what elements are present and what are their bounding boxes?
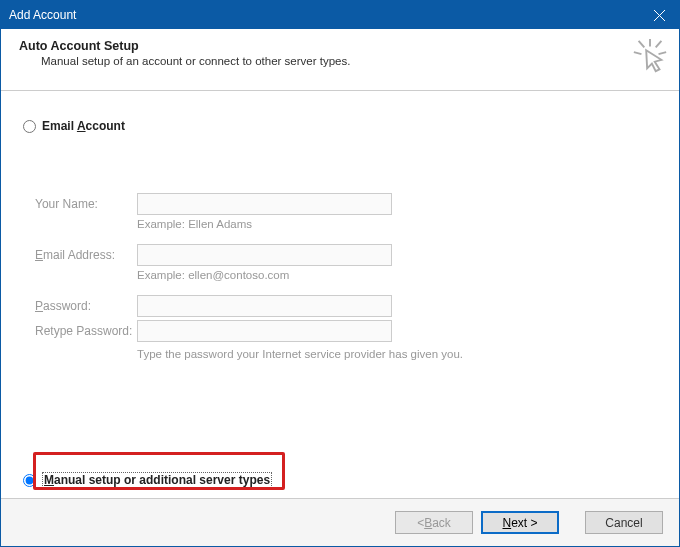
- email-account-option[interactable]: Email Account: [23, 119, 657, 133]
- retype-label: Retype Password:: [35, 324, 137, 338]
- email-label: Email Address:: [35, 248, 137, 262]
- footer: < Back Next > Cancel: [1, 498, 679, 546]
- cancel-button[interactable]: Cancel: [585, 511, 663, 534]
- manual-setup-radio[interactable]: [23, 474, 36, 487]
- wizard-header: Auto Account Setup Manual setup of an ac…: [1, 29, 679, 91]
- next-button[interactable]: Next >: [481, 511, 559, 534]
- page-subtitle: Manual setup of an account or connect to…: [19, 55, 663, 67]
- back-button: < Back: [395, 511, 473, 534]
- close-icon: [654, 10, 665, 21]
- titlebar: Add Account: [1, 1, 679, 29]
- retype-row: Retype Password:: [35, 320, 657, 342]
- svg-line-3: [634, 52, 642, 54]
- manual-setup-option[interactable]: Manual setup or additional server types: [23, 472, 272, 488]
- your-name-label: Your Name:: [35, 197, 137, 211]
- svg-line-5: [639, 41, 645, 48]
- window-title: Add Account: [9, 8, 76, 22]
- svg-line-4: [659, 52, 667, 54]
- your-name-field: [137, 193, 392, 215]
- your-name-row: Your Name:: [35, 193, 657, 215]
- retype-field: [137, 320, 392, 342]
- your-name-hint: Example: Ellen Adams: [137, 218, 657, 230]
- svg-line-6: [656, 41, 662, 48]
- email-account-radio[interactable]: [23, 120, 36, 133]
- password-field: [137, 295, 392, 317]
- close-button[interactable]: [639, 1, 679, 29]
- email-row: Email Address:: [35, 244, 657, 266]
- password-hint: Type the password your Internet service …: [137, 348, 657, 360]
- content-area: Email Account Your Name: Example: Ellen …: [1, 91, 679, 498]
- email-form: Your Name: Example: Ellen Adams Email Ad…: [35, 193, 657, 360]
- cursor-click-icon: [631, 37, 669, 75]
- email-field: [137, 244, 392, 266]
- email-hint: Example: ellen@contoso.com: [137, 269, 657, 281]
- manual-setup-label: Manual setup or additional server types: [42, 472, 272, 488]
- password-label: Password:: [35, 299, 137, 313]
- email-account-label: Email Account: [42, 119, 125, 133]
- page-title: Auto Account Setup: [19, 39, 663, 53]
- password-row: Password:: [35, 295, 657, 317]
